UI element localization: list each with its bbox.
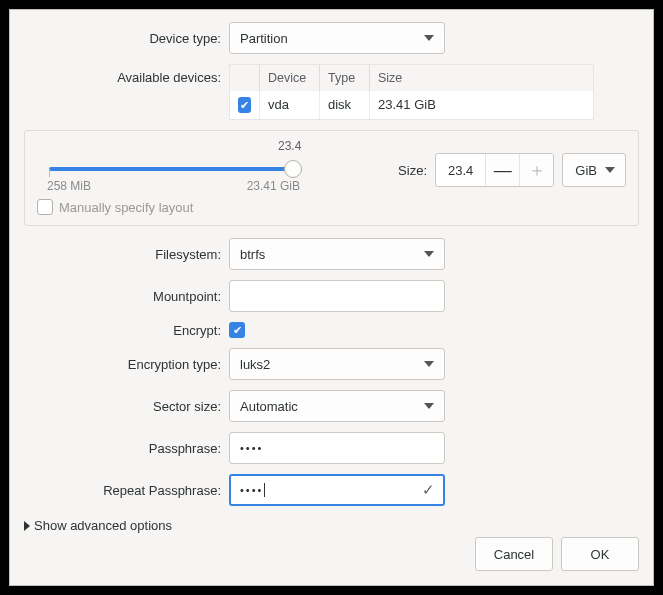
device-row[interactable]: ✔ vda disk 23.41 GiB	[230, 91, 593, 119]
passphrase-input[interactable]: ••••	[229, 432, 445, 464]
chevron-down-icon	[424, 361, 434, 367]
manual-layout-label: Manually specify layout	[59, 200, 193, 215]
filesystem-value: btrfs	[240, 247, 265, 262]
size-slider-thumb[interactable]	[284, 160, 302, 178]
triangle-right-icon	[24, 521, 30, 531]
device-row-checkbox[interactable]: ✔	[238, 97, 251, 113]
size-spinbox[interactable]: 23.4 — ＋	[435, 153, 554, 187]
chevron-down-icon	[424, 403, 434, 409]
col-type[interactable]: Type	[320, 65, 370, 91]
filesystem-label: Filesystem:	[24, 247, 229, 262]
devices-table: Device Type Size ✔ vda disk 23.41 GiB	[229, 64, 594, 120]
devices-header: Device Type Size	[230, 65, 593, 91]
device-type-label: Device type:	[24, 31, 229, 46]
col-device[interactable]: Device	[260, 65, 320, 91]
chevron-down-icon	[605, 167, 615, 173]
filesystem-combo[interactable]: btrfs	[229, 238, 445, 270]
repeat-passphrase-input[interactable]: ••••	[229, 474, 445, 506]
mountpoint-label: Mountpoint:	[24, 289, 229, 304]
size-spin-value[interactable]: 23.4	[436, 154, 485, 186]
device-type-combo[interactable]: Partition	[229, 22, 445, 54]
encryption-type-value: luks2	[240, 357, 270, 372]
encryption-type-label: Encryption type:	[24, 357, 229, 372]
device-row-device: vda	[260, 91, 320, 119]
chevron-down-icon	[424, 251, 434, 257]
show-advanced-label: Show advanced options	[34, 518, 172, 533]
chevron-down-icon	[424, 35, 434, 41]
device-type-value: Partition	[240, 31, 288, 46]
dialog-window: Device type: Partition Available devices…	[9, 9, 654, 586]
col-size[interactable]: Size	[370, 65, 593, 91]
cancel-button[interactable]: Cancel	[475, 537, 553, 571]
size-label: Size:	[398, 163, 427, 178]
encrypt-checkbox[interactable]: ✔	[229, 322, 245, 338]
size-unit-combo[interactable]: GiB	[562, 153, 626, 187]
check-icon: ✓	[422, 481, 435, 499]
device-row-size: 23.41 GiB	[370, 91, 593, 119]
sector-size-label: Sector size:	[24, 399, 229, 414]
text-cursor	[264, 483, 265, 497]
size-spin-increment[interactable]: ＋	[519, 154, 553, 186]
sector-size-combo[interactable]: Automatic	[229, 390, 445, 422]
ok-button[interactable]: OK	[561, 537, 639, 571]
size-panel: 23.4 258 MiB 23.41 GiB Size: 23.4 — ＋ Gi…	[24, 130, 639, 226]
show-advanced-toggle[interactable]: Show advanced options	[24, 518, 639, 533]
repeat-passphrase-label: Repeat Passphrase:	[24, 483, 229, 498]
slider-value-tip: 23.4	[278, 139, 301, 153]
available-devices-label: Available devices:	[24, 64, 229, 85]
passphrase-label: Passphrase:	[24, 441, 229, 456]
size-spin-decrement[interactable]: —	[485, 154, 519, 186]
sector-size-value: Automatic	[240, 399, 298, 414]
encrypt-label: Encrypt:	[24, 323, 229, 338]
size-unit-value: GiB	[575, 163, 597, 178]
slider-max-label: 23.41 GiB	[247, 179, 300, 193]
encryption-type-combo[interactable]: luks2	[229, 348, 445, 380]
size-slider-track[interactable]	[49, 167, 296, 171]
device-row-type: disk	[320, 91, 370, 119]
manual-layout-checkbox[interactable]: ✔	[37, 199, 53, 215]
mountpoint-input[interactable]	[229, 280, 445, 312]
slider-min-label: 258 MiB	[47, 179, 91, 193]
